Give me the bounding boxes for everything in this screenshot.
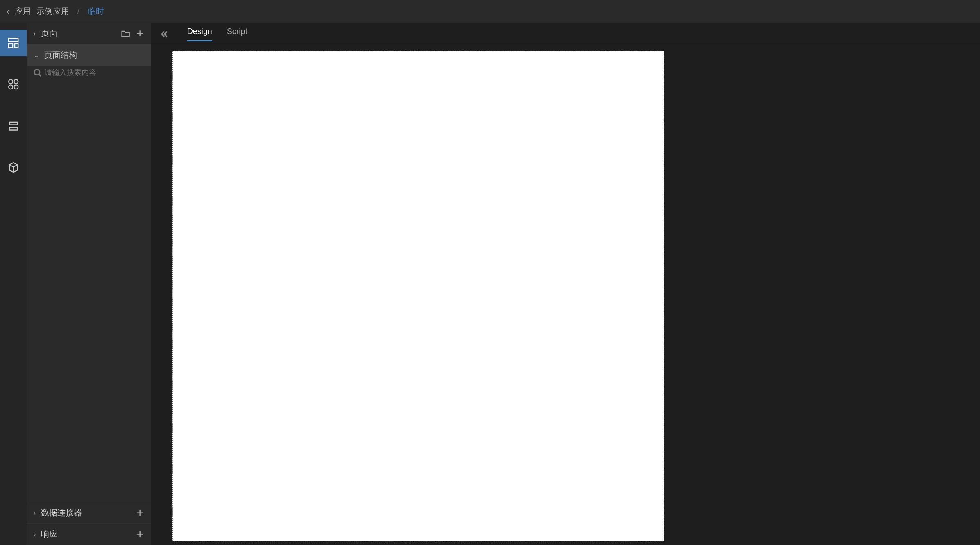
components-icon	[7, 78, 19, 90]
structure-search	[27, 66, 151, 79]
chevron-right-icon: ›	[34, 509, 36, 517]
folder-icon[interactable]	[121, 29, 130, 38]
section-header-data-connector[interactable]: › 数据连接器	[27, 502, 151, 523]
chevron-right-icon: ›	[34, 530, 36, 538]
plus-icon[interactable]	[136, 509, 144, 517]
svg-point-13	[9, 85, 13, 89]
svg-rect-8	[9, 38, 18, 41]
layout-icon	[7, 37, 19, 49]
breadcrumb-case[interactable]: 示例应用	[36, 6, 69, 17]
svg-point-11	[9, 80, 13, 84]
section-data-label: 数据连接器	[41, 507, 82, 518]
svg-point-17	[34, 69, 39, 75]
topbar: ‹ 应用 示例应用 / 临时 App预览 Web预览 发布 安全	[0, 0, 980, 23]
collapse-left-icon[interactable]	[159, 30, 168, 39]
left-panel: › 页面 ⌄ 页面结构 › 数据连接器	[27, 23, 151, 545]
rail-layout-button[interactable]	[0, 30, 27, 56]
artboard[interactable]	[172, 51, 664, 541]
plus-icon[interactable]	[136, 29, 144, 38]
breadcrumb-current: 临时	[88, 6, 104, 17]
canvas[interactable]: 大屏组件 ✕ 原子组件 组合组件 全部 ˄	[151, 45, 980, 545]
data-icon	[7, 120, 19, 132]
center-toolbar: Design Script 100% × 100% responsive ⌄	[151, 23, 980, 46]
svg-rect-16	[9, 127, 18, 130]
svg-rect-9	[9, 43, 13, 48]
chevron-right-icon: ›	[34, 30, 36, 37]
structure-tree-empty	[27, 80, 151, 502]
rail-data-button[interactable]	[0, 113, 27, 139]
section-header-structure[interactable]: ⌄ 页面结构	[27, 44, 151, 66]
tab-script[interactable]: Script	[227, 27, 247, 41]
center-area: Design Script 100% × 100% responsive ⌄	[151, 23, 980, 545]
search-icon	[34, 69, 41, 77]
svg-rect-10	[15, 43, 18, 48]
section-structure-label: 页面结构	[44, 50, 77, 61]
tab-design[interactable]: Design	[187, 27, 212, 41]
search-input[interactable]	[45, 68, 144, 77]
left-rail	[0, 23, 27, 545]
breadcrumb-sep: /	[77, 7, 79, 16]
breadcrumb-app[interactable]: 应用	[15, 6, 31, 17]
plus-icon[interactable]	[136, 530, 144, 538]
rail-cube-button[interactable]	[0, 154, 27, 181]
chevron-down-icon: ⌄	[34, 51, 39, 59]
svg-point-14	[14, 85, 18, 89]
cube-icon	[7, 161, 19, 173]
back-chevron-icon[interactable]: ‹	[7, 7, 9, 16]
rail-components-button[interactable]	[0, 71, 27, 98]
breadcrumb: ‹ 应用 示例应用 / 临时	[7, 6, 104, 17]
section-header-response[interactable]: › 响应	[27, 523, 151, 545]
section-page-label: 页面	[41, 28, 57, 39]
svg-rect-15	[9, 122, 18, 125]
section-response-label: 响应	[41, 529, 57, 540]
svg-point-12	[14, 80, 18, 84]
section-header-page[interactable]: › 页面	[27, 23, 151, 44]
